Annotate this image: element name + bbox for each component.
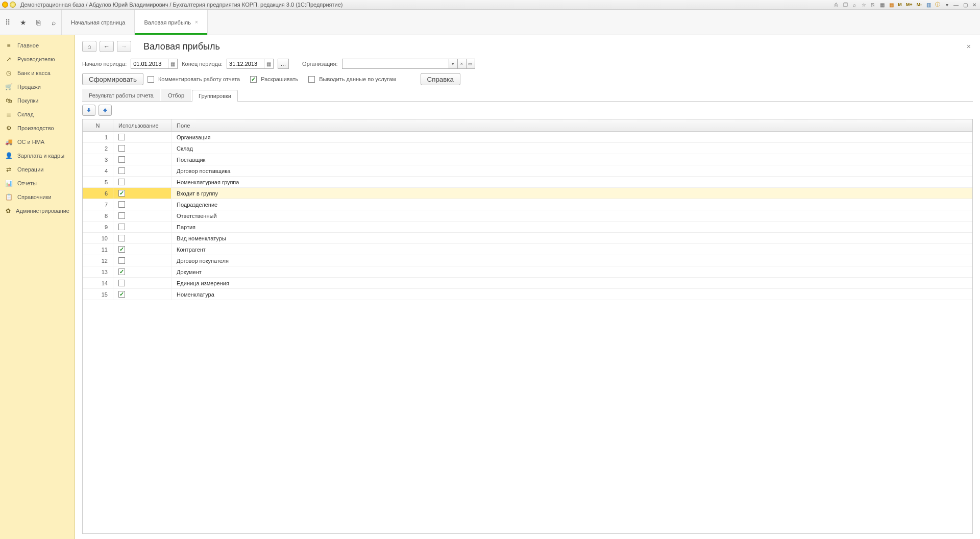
sidebar-item[interactable]: 📋Справочники	[0, 190, 75, 204]
close-window-icon[interactable]: ✕	[971, 1, 978, 8]
table-row[interactable]: 5Номенклатурная группа	[83, 177, 972, 188]
memory-icon[interactable]: M	[897, 1, 903, 8]
colorize-checkbox[interactable]	[250, 76, 257, 83]
memory-minus-icon[interactable]: M-	[916, 1, 923, 8]
save-icon[interactable]: ❐	[842, 1, 849, 8]
table-row[interactable]: 14Единица измерения	[83, 278, 972, 289]
sidebar-item[interactable]: 🚚ОС и НМА	[0, 135, 75, 149]
org-open-icon[interactable]: ▭	[467, 59, 475, 69]
home-button[interactable]: ⌂	[82, 41, 96, 52]
subtab-groupings[interactable]: Группировки	[192, 90, 238, 102]
link-icon[interactable]: ⎘	[869, 1, 876, 8]
sidebar-item[interactable]: ↗Руководителю	[0, 52, 75, 66]
table-row[interactable]: 13Документ	[83, 266, 972, 278]
sidebar-item[interactable]: ◷Банк и касса	[0, 66, 75, 80]
help-button[interactable]: Справка	[421, 73, 460, 85]
col-header-n[interactable]: N	[83, 119, 113, 131]
subtab-result[interactable]: Результат работы отчета	[82, 89, 160, 101]
org-input[interactable]	[342, 59, 449, 69]
row-use-checkbox[interactable]	[118, 167, 125, 174]
tab-close-icon[interactable]: ×	[195, 19, 198, 25]
maximize-icon[interactable]: ▢	[962, 1, 969, 8]
row-use-checkbox[interactable]	[118, 201, 125, 208]
toolbar-icons: ⠿ ★ ⎘ ⌕	[0, 10, 62, 35]
dropdown-icon[interactable]: ▾	[943, 1, 950, 8]
search-toolbar-icon[interactable]: ⌕	[49, 18, 58, 27]
subtab-filter[interactable]: Отбор	[161, 89, 191, 101]
calendar-icon[interactable]: ▦	[888, 1, 895, 8]
col-header-use[interactable]: Использование	[113, 119, 172, 131]
row-use-checkbox[interactable]	[118, 280, 125, 286]
comment-checkbox[interactable]	[148, 76, 154, 83]
row-use-checkbox[interactable]	[118, 156, 125, 163]
sidebar-item[interactable]: 📊Отчеты	[0, 176, 75, 190]
apps-icon[interactable]: ⠿	[3, 18, 12, 27]
favorite-icon[interactable]: ☆	[860, 1, 867, 8]
period-picker-button[interactable]: …	[278, 59, 289, 69]
sidebar-item[interactable]: 🛍Покупки	[0, 93, 75, 107]
row-use-checkbox[interactable]	[118, 212, 125, 219]
forward-button[interactable]: →	[117, 41, 131, 52]
close-page-icon[interactable]: ×	[965, 40, 973, 53]
row-use-checkbox[interactable]	[118, 190, 125, 197]
generate-button[interactable]: Сформировать	[82, 73, 143, 85]
table-row[interactable]: 12Договор покупателя	[83, 255, 972, 266]
tab-start-page[interactable]: Начальная страница	[62, 10, 135, 35]
calendar-icon[interactable]: ▦	[264, 59, 273, 68]
row-use-checkbox[interactable]	[118, 235, 125, 241]
cell-field: Номенклатура	[172, 289, 972, 300]
table-row[interactable]: 6Входит в группу	[83, 188, 972, 199]
print-icon[interactable]: ⎙	[832, 1, 840, 8]
row-use-checkbox[interactable]	[118, 291, 125, 298]
move-up-button[interactable]	[99, 105, 112, 116]
table-row[interactable]: 3Поставщик	[83, 154, 972, 165]
row-use-checkbox[interactable]	[118, 268, 125, 275]
app-icon-dropdown[interactable]	[10, 2, 16, 8]
table-row[interactable]: 8Ответственный	[83, 210, 972, 222]
period-start-input[interactable]: ▦	[131, 59, 178, 69]
history-icon[interactable]: ⎘	[34, 18, 43, 27]
period-start-field[interactable]	[131, 61, 168, 67]
row-use-checkbox[interactable]	[118, 257, 125, 264]
services-checkbox[interactable]	[308, 76, 315, 83]
sidebar-item[interactable]: ✿Администрирование	[0, 204, 75, 217]
sidebar-item[interactable]: ⚙Производство	[0, 121, 75, 135]
table-row[interactable]: 10Вид номенклатуры	[83, 233, 972, 244]
row-use-checkbox[interactable]	[118, 134, 125, 140]
back-button[interactable]: ←	[100, 41, 114, 52]
minimize-icon[interactable]: —	[952, 1, 960, 8]
tab-gross-profit[interactable]: Валовая прибыль ×	[135, 10, 207, 35]
table-row[interactable]: 9Партия	[83, 222, 972, 233]
table-row[interactable]: 4Договор поставщика	[83, 165, 972, 177]
table-row[interactable]: 7Подразделение	[83, 199, 972, 210]
cell-n: 8	[83, 210, 113, 221]
panels-icon[interactable]: ▥	[925, 1, 932, 8]
sidebar-item[interactable]: 👤Зарплата и кадры	[0, 149, 75, 162]
tab-label: Начальная страница	[71, 19, 125, 26]
table-row[interactable]: 11Контрагент	[83, 244, 972, 255]
col-header-field[interactable]: Поле	[172, 119, 972, 131]
table-row[interactable]: 1Организация	[83, 132, 972, 143]
move-down-button[interactable]	[82, 105, 95, 116]
sidebar-item[interactable]: ≣Склад	[0, 107, 75, 121]
sidebar-item[interactable]: 🛒Продажи	[0, 80, 75, 93]
sidebar-item[interactable]: ⇄Операции	[0, 162, 75, 176]
org-dropdown-icon[interactable]: ▾	[449, 59, 458, 69]
table-row[interactable]: 15Номенклатура	[83, 289, 972, 300]
star-icon[interactable]: ★	[18, 18, 28, 27]
row-use-checkbox[interactable]	[118, 224, 125, 230]
period-end-field[interactable]	[227, 61, 264, 67]
info-icon[interactable]: ⓘ	[934, 1, 941, 8]
calc-icon[interactable]: ▦	[878, 1, 886, 8]
page-header: ⌂ ← → Валовая прибыль ×	[82, 40, 973, 53]
row-use-checkbox[interactable]	[118, 246, 125, 253]
calendar-icon[interactable]: ▦	[168, 59, 177, 68]
row-use-checkbox[interactable]	[118, 145, 125, 152]
period-end-input[interactable]: ▦	[227, 59, 274, 69]
table-row[interactable]: 2Склад	[83, 143, 972, 154]
sidebar-item[interactable]: ≡Главное	[0, 38, 75, 52]
row-use-checkbox[interactable]	[118, 179, 125, 185]
search-icon[interactable]: ⌕	[851, 1, 858, 8]
memory-plus-icon[interactable]: M+	[905, 1, 914, 8]
org-clear-icon[interactable]: ×	[458, 59, 467, 69]
